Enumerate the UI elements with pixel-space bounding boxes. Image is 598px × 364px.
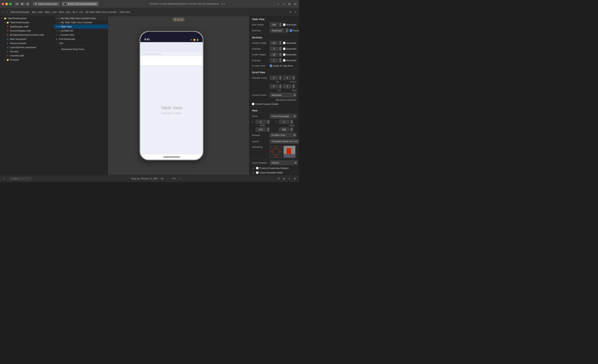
breadcrumb-tableviewexample[interactable]: TableViewExample [10,11,29,13]
zoom-out-btn[interactable]: − [166,177,170,181]
x-input[interactable] [256,120,266,124]
l-down[interactable]: ▼ [279,86,282,89]
width-input[interactable] [256,127,266,132]
estimate-auto-checkbox[interactable] [290,29,292,32]
he-down[interactable]: ▼ [279,49,282,51]
nav-item-mytablecell[interactable]: ≡ myTableCell [54,29,108,33]
content-view-checkbox[interactable] [270,65,272,67]
breadcrumb-my-table-controller[interactable]: My Table Table View Controller [85,11,117,13]
layout-margins-select[interactable]: Default Fixed Language Directional [270,161,298,165]
sidebar-item-root-group[interactable]: 📁 TableViewExample [0,16,54,20]
indicator-bottom-input[interactable] [283,76,291,80]
sidebar-item-products[interactable]: 📁 Products [0,58,54,62]
scheme-selector[interactable]: ⚙ TableViewExample [33,2,59,6]
row-height-auto-checkbox[interactable] [283,24,285,26]
panel-layout-btn[interactable]: ⊞ [287,2,291,6]
run-btn[interactable]: ▶ [20,2,25,5]
sidebar-bottom-add[interactable]: + [2,177,6,181]
nav-item-entry-point[interactable]: → Storyboard Entry Point [54,47,108,51]
layout-btn[interactable]: ⊞ [282,177,286,181]
sidebar-toggle-btn[interactable]: ⊟ [15,2,19,5]
fh-auto-checkbox[interactable] [283,53,285,56]
right-input[interactable] [283,84,291,89]
hh-auto-checkbox[interactable] [283,42,285,44]
r-down[interactable]: ▼ [292,86,295,89]
canvas-ctrl-3[interactable]: ◎ [181,18,183,21]
nav-forward-btn[interactable]: › [6,10,9,14]
close-button[interactable] [2,3,4,5]
inspector-toggle-btn[interactable]: ⊟ [293,2,297,6]
inspector-btn[interactable]: ⤢ [293,10,297,14]
split-view-btn[interactable]: ⤢ [282,2,286,6]
y-up[interactable]: ▲ [290,120,293,122]
hh-down[interactable]: ▼ [279,43,282,45]
arrange-select[interactable]: Position View Align [270,133,297,138]
x-up[interactable]: ▲ [267,120,270,122]
stop-btn[interactable]: ■ [26,2,29,5]
zoom-in-btn[interactable]: + [178,177,181,181]
footer-est-input[interactable] [270,58,278,63]
fullscreen-button[interactable] [9,3,12,5]
sidebar-item-userinfo[interactable]: S UserInfo.swift [0,54,54,58]
nav-item-contentview[interactable]: □ Content View [54,33,108,37]
sidebar-item-launchscreen[interactable]: ⊞ LaunchScreen.storyboard [0,45,54,49]
row-height-up[interactable]: ▲ [279,23,282,25]
w-up[interactable]: ▲ [267,127,270,129]
fe-down[interactable]: ▼ [279,60,282,63]
follow-checkbox[interactable] [256,171,258,174]
preserve-plus-btn[interactable]: + [252,166,255,170]
indicator-top-input[interactable] [270,76,278,80]
view-as-btn[interactable]: 📱 View as: iPhone 11 (⌘C ⌃R) [127,177,165,181]
preserve-checkbox[interactable] [256,167,258,169]
row-height-input[interactable] [270,23,278,27]
estimate-up[interactable]: ▲ [285,28,288,31]
add-tab-btn[interactable]: + [277,2,280,6]
sidebar-item-scenedelegate[interactable]: S SceneDelegate.swift [0,29,54,33]
breadcrumb-table-view[interactable]: Table View [119,11,130,13]
export-btn[interactable]: ⬆ [293,177,297,181]
hh-up[interactable]: ▲ [279,41,282,43]
row-height-down[interactable]: ▼ [279,25,282,27]
h-up[interactable]: ▲ [290,127,293,129]
r-up[interactable]: ▲ [292,84,295,86]
header-height-input[interactable] [270,41,278,45]
sidebar-item-assets[interactable]: ◈ Assets.xcassets [0,41,54,45]
minimize-button[interactable] [5,3,8,5]
breadcrumb-my-t-ene[interactable]: My T...ene [73,11,83,13]
estimate-input[interactable] [270,28,284,32]
fe-up[interactable]: ▲ [279,58,282,60]
nav-item-firstresponder[interactable]: ⊕ First Responder [54,37,108,41]
height-input[interactable] [279,127,290,132]
breadcrumb-tabl-mple[interactable]: Tabl...mple [32,11,42,13]
filter-input[interactable] [13,178,30,180]
follow-plus-btn[interactable]: + [252,171,255,174]
nav-back-btn[interactable]: ‹ [2,10,5,14]
sidebar-item-infoplist[interactable]: ≡ Info.plist [0,49,54,54]
canvas-ctrl-1[interactable]: ◎ [174,18,176,21]
refresh-btn[interactable]: ↺ [277,177,281,181]
content-insets-select[interactable]: Automatic Never Always [270,93,297,97]
device-selector[interactable]: 📱 iPhone SE (2nd generation) [62,2,98,6]
y-input[interactable] [279,120,290,124]
sidebar-item-tableviewexample[interactable]: 📁 TableViewExample [0,20,54,24]
x-down[interactable]: ▼ [267,122,270,124]
ib-up[interactable]: ▲ [292,76,295,78]
nav-item-tableview[interactable]: ≡ Table View [54,24,108,29]
editor-options-btn[interactable]: ≡ [288,10,292,14]
l-up[interactable]: ▲ [279,84,282,86]
h-down[interactable]: ▼ [290,129,293,132]
sidebar-item-mytablevc[interactable]: S MyTableTableViewController.swift [0,33,54,37]
nav-item-exit[interactable]: → Exit [54,41,108,45]
sidebar-item-main-storyboard[interactable]: ⊞ Main.storyboard [0,37,54,41]
left-input[interactable] [270,84,278,89]
header-est-input[interactable] [270,47,278,51]
w-down[interactable]: ▼ [267,129,270,132]
y-down[interactable]: ▼ [290,122,293,124]
it-up[interactable]: ▲ [279,76,282,78]
layout-select[interactable]: Translates Mask Into Con... [270,139,299,144]
he-auto-checkbox[interactable] [283,48,285,50]
it-down[interactable]: ▼ [279,78,282,80]
sidebar-item-appdelegate[interactable]: S AppDelegate.swift [0,24,54,29]
breadcrumb-main-oard[interactable]: Main...oard [45,11,57,13]
fh-up[interactable]: ▲ [279,53,282,55]
